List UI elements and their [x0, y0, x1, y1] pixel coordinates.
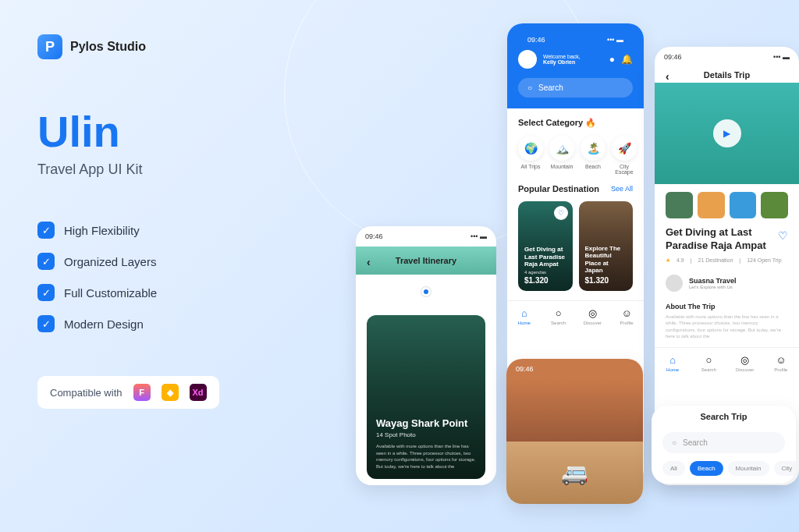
welcome-row: Welcome back, Kelly Obrien ● 🔔	[518, 50, 633, 69]
destination-card[interactable]: ♡ Get Diving at Last Paradise Raja Ampat…	[518, 201, 573, 291]
product-title: Ulin	[37, 106, 303, 157]
thumbnail[interactable]	[666, 192, 693, 218]
thumbnail[interactable]	[698, 192, 725, 218]
figma-icon: F	[133, 384, 151, 401]
feature-item: ✓Modern Design	[37, 315, 303, 332]
check-icon: ✓	[37, 284, 55, 301]
back-icon[interactable]: ‹	[666, 70, 669, 83]
welcome-label: Welcome back,	[543, 54, 603, 59]
category-item[interactable]: 🚀City Escape	[612, 136, 637, 175]
status-bar: 09:46••• ▬	[655, 47, 799, 67]
filter-chip[interactable]: City	[774, 461, 797, 476]
screen-search: Search Trip ○ Search All Beach Mountain …	[652, 406, 796, 484]
itinerary-card-sub: 14 Spot Photo	[376, 431, 476, 438]
detail-meta: ★4.9 |21 Destination |124 Open Trip	[655, 253, 799, 268]
nav-home[interactable]: ⌂Home	[507, 307, 542, 325]
logo-icon: P	[37, 34, 62, 59]
screen-gallery: 09:46 🚐	[506, 359, 643, 504]
search-header: Search Trip	[652, 406, 796, 427]
search-input[interactable]: ○ Search	[518, 78, 633, 98]
nav-profile[interactable]: ☺Profile	[609, 307, 644, 325]
brand: P Pylos Studio	[37, 34, 303, 59]
feature-text: Full Customizable	[64, 286, 157, 300]
user-name: Kelly Obrien	[543, 59, 603, 65]
filter-chip[interactable]: Mountain	[728, 461, 769, 476]
compat-label: Compatible with	[50, 387, 123, 399]
itinerary-card-desc: Available with more options than the lin…	[376, 443, 476, 470]
feature-item: ✓Full Customizable	[37, 284, 303, 301]
itinerary-card[interactable]: Wayag Shark Point 14 Spot Photo Availabl…	[367, 315, 485, 479]
timeline	[356, 275, 496, 309]
compatibility-badge: Compatible with F ◆ Xd	[37, 376, 219, 409]
agent-sub: Let's Explore with Us	[689, 285, 737, 289]
bell-icon[interactable]: 🔔	[621, 54, 633, 65]
sketch-icon: ◆	[162, 384, 179, 401]
search-input[interactable]: ○ Search	[662, 432, 785, 453]
itinerary-card-title: Wayag Shark Point	[376, 417, 476, 429]
check-icon: ✓	[37, 222, 55, 239]
category-item[interactable]: 🌍All Trips	[518, 136, 543, 175]
bottom-nav: ⌂Home ○Search ◎Discover ☺Profile	[655, 347, 799, 378]
detail-title: Get Diving at Last Paradise Raja Ampat	[666, 226, 772, 253]
star-icon: ★	[666, 257, 670, 264]
about-text: Available with more options than the lin…	[655, 314, 799, 348]
hero-image: ▶	[655, 83, 799, 184]
feature-text: Organized Layers	[64, 255, 156, 268]
itinerary-header: ‹ Travel Itinerary	[356, 246, 496, 275]
filter-chip[interactable]: Beach	[690, 461, 723, 476]
home-header: 09:46••• ▬ Welcome back, Kelly Obrien ● …	[507, 23, 644, 108]
category-list: 🌍All Trips 🏔️Mountain 🏝️Beach 🚀City Esca…	[518, 136, 633, 175]
feature-list: ✓High Flexibility ✓Organized Layers ✓Ful…	[37, 222, 303, 332]
feature-text: High Flexibility	[64, 224, 140, 237]
nav-discover[interactable]: ◎Discover	[576, 307, 610, 325]
agent-row[interactable]: Suasna Travel Let's Explore with Us	[655, 268, 799, 298]
timeline-dot	[421, 287, 431, 296]
nav-home[interactable]: ⌂Home	[655, 354, 691, 372]
nav-search[interactable]: ○Search	[691, 354, 726, 372]
status-bar: 09:46••• ▬	[356, 226, 496, 246]
nav-profile[interactable]: ☺Profile	[763, 354, 799, 372]
gallery-image[interactable]	[506, 379, 643, 442]
gallery-image[interactable]: 🚐	[506, 442, 643, 504]
status-bar: 09:46	[506, 359, 643, 379]
play-button[interactable]: ▶	[713, 119, 741, 147]
feature-item: ✓High Flexibility	[37, 222, 303, 239]
check-icon: ✓	[37, 253, 55, 270]
feature-item: ✓Organized Layers	[37, 253, 303, 270]
favorite-icon[interactable]: ♡	[778, 229, 788, 242]
destination-card[interactable]: Explore The Beautiful Place at Japan $1.…	[579, 201, 634, 291]
thumbnail[interactable]	[761, 192, 788, 218]
thumbnail-row	[655, 184, 799, 226]
screen-itinerary: 09:46••• ▬ ‹ Travel Itinerary Wayag Shar…	[356, 226, 496, 485]
feature-text: Modern Design	[64, 317, 144, 331]
xd-icon: Xd	[190, 384, 207, 401]
search-icon: ○	[527, 83, 532, 92]
back-icon[interactable]: ‹	[367, 256, 371, 268]
nav-discover[interactable]: ◎Discover	[727, 354, 763, 372]
category-item[interactable]: 🏔️Mountain	[549, 136, 574, 175]
brand-name: Pylos Studio	[70, 40, 146, 54]
category-title: Select Category 🔥	[518, 118, 633, 128]
product-subtitle: Travel App UI Kit	[37, 161, 303, 178]
nav-search[interactable]: ○Search	[542, 307, 576, 325]
favorite-icon[interactable]: ♡	[554, 206, 568, 220]
thumbnail[interactable]	[730, 192, 757, 218]
agent-avatar	[666, 275, 683, 292]
details-header: ‹ Details Trip	[655, 67, 799, 83]
search-icon: ○	[672, 438, 676, 447]
popular-title: Popular Destination	[518, 184, 599, 193]
agent-name: Suasna Travel	[689, 277, 737, 285]
chat-icon[interactable]: ●	[609, 54, 615, 65]
bottom-nav: ⌂Home ○Search ◎Discover ☺Profile	[507, 300, 644, 332]
avatar[interactable]	[518, 50, 537, 69]
status-bar: 09:46••• ▬	[518, 30, 633, 50]
filter-chip[interactable]: All	[662, 461, 685, 476]
category-item[interactable]: 🏝️Beach	[581, 136, 605, 175]
see-all-link[interactable]: See All	[611, 185, 633, 193]
filter-row: All Beach Mountain City	[652, 461, 796, 484]
about-title: About The Trip	[655, 298, 799, 314]
check-icon: ✓	[37, 315, 55, 332]
